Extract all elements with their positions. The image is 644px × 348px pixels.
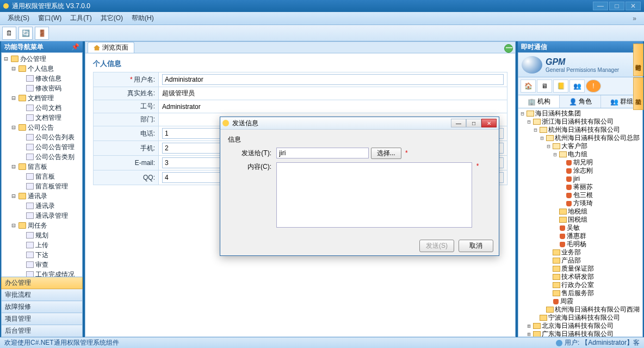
right-tabs: 🏢机构 👤角色 👥群组	[518, 95, 643, 108]
toolbar-exit-icon[interactable]: 🚪	[35, 27, 49, 40]
nav-panel-header: 功能导航菜单 📌	[1, 41, 83, 52]
toolbar-refresh-icon[interactable]: 🔄	[18, 27, 33, 40]
tab-collapse-button[interactable]	[504, 44, 513, 53]
im-screen-icon[interactable]: 🖥	[537, 80, 552, 93]
recipient-input[interactable]	[276, 148, 369, 158]
dialog-maximize-button[interactable]: □	[466, 119, 481, 127]
tab-strip: 浏览页面	[85, 41, 516, 53]
recipient-label: 发送给(T):	[228, 149, 271, 158]
org-icon: 🏢	[528, 98, 536, 106]
realname-cell: 超级管理员	[159, 87, 507, 100]
person-icon	[566, 193, 572, 198]
home-icon	[94, 45, 100, 51]
tab-role[interactable]: 👤角色	[560, 95, 601, 108]
person-icon	[566, 160, 572, 166]
person-icon	[566, 168, 572, 174]
workno-cell: Administrator	[159, 100, 507, 113]
person-icon	[560, 234, 565, 239]
dialog-titlebar[interactable]: 发送信息 — □ ✕	[220, 117, 499, 130]
accordion-office[interactable]: 办公管理	[1, 277, 83, 289]
status-user-label: 用户:	[565, 338, 579, 347]
toolbar-calendar-icon[interactable]: 🗓	[2, 27, 16, 40]
menu-tools[interactable]: 工具(T)	[66, 13, 96, 24]
tab-browse[interactable]: 浏览页面	[88, 42, 134, 53]
menu-bar: 系统(S) 窗口(W) 工具(T) 其它(O) 帮助(H) »	[0, 12, 644, 25]
side-other-button[interactable]: 某功能	[633, 77, 643, 110]
gpm-logo-icon	[522, 56, 542, 74]
menu-window[interactable]: 窗口(W)	[34, 13, 66, 24]
accordion-backend[interactable]: 后台管理	[1, 325, 83, 337]
cancel-button[interactable]: 取消	[459, 240, 493, 252]
tab-label: 浏览页面	[102, 43, 128, 52]
side-im-button[interactable]: 即时通信	[633, 44, 643, 76]
menu-other[interactable]: 其它(O)	[96, 13, 127, 24]
accordion-fault[interactable]: 故障报修	[1, 301, 83, 313]
dialog-minimize-button[interactable]: —	[451, 119, 466, 127]
person-icon	[566, 176, 572, 182]
status-bar: 欢迎使用C#.NET通用权限管理系统组件 用户: 【Administrator】…	[0, 337, 644, 348]
dialog-title: 发送信息	[232, 119, 258, 128]
accordion-project[interactable]: 项目管理	[1, 313, 83, 325]
im-people-icon[interactable]: 👥	[569, 80, 585, 93]
person-icon	[560, 225, 565, 231]
toolbar: 🗓 🔄 🚪	[0, 25, 644, 41]
dialog-icon	[222, 120, 229, 126]
accordion-approval[interactable]: 审批流程	[1, 289, 83, 301]
person-icon	[566, 201, 572, 206]
maximize-button[interactable]: □	[609, 2, 624, 10]
nav-tree[interactable]: ⊟办公管理 ⊟个人信息 修改信息 修改密码 ⊟文档管理 公司文档 文档管理	[1, 52, 83, 277]
required-marker: *	[476, 162, 479, 170]
form-title: 个人信息	[93, 59, 507, 69]
close-button[interactable]: ✕	[626, 2, 641, 10]
im-panel-title: 即时通信	[521, 42, 547, 52]
select-recipient-button[interactable]: 选择...	[371, 148, 401, 159]
gpm-banner: GPM General Permissions Manager	[518, 52, 643, 77]
username-input[interactable]	[162, 74, 504, 85]
tree-root[interactable]: 办公管理	[20, 54, 46, 63]
accordion: 办公管理 审批流程 故障报修 项目管理 后台管理	[1, 277, 83, 337]
person-icon	[566, 185, 572, 190]
role-icon: 👤	[569, 98, 577, 106]
send-message-dialog: 发送信息 — □ ✕ 信息 发送给(T): 选择... * 内容(C): * 发…	[220, 117, 499, 256]
group-icon: 👥	[610, 98, 618, 106]
menu-chevron-icon[interactable]: »	[628, 14, 641, 23]
status-user: 【Administrator】客	[581, 338, 640, 347]
im-home-icon[interactable]: 🏠	[521, 80, 536, 93]
dialog-group-label: 信息	[228, 135, 491, 144]
window-titlebar: 通用权限管理系统 V3.7.0.0 — □ ✕	[0, 0, 644, 12]
im-book-icon[interactable]: 📒	[553, 80, 568, 93]
dialog-close-button[interactable]: ✕	[481, 119, 497, 127]
person-icon	[560, 242, 565, 247]
tab-org[interactable]: 🏢机构	[518, 95, 560, 108]
person-icon	[553, 299, 559, 304]
nav-panel-title: 功能导航菜单	[4, 42, 44, 52]
gpm-name: GPM	[546, 57, 619, 67]
menu-help[interactable]: 帮助(H)	[127, 13, 158, 24]
user-icon	[556, 340, 562, 346]
menu-system[interactable]: 系统(S)	[3, 13, 34, 24]
gpm-subtitle: General Permissions Manager	[546, 67, 619, 73]
im-toolbar: 🏠 🖥 📒 👥 !	[518, 77, 643, 95]
send-button[interactable]: 发送(S)	[419, 240, 454, 252]
required-marker: *	[405, 149, 408, 157]
minimize-button[interactable]: —	[593, 2, 608, 10]
im-alert-icon[interactable]: !	[586, 80, 601, 93]
message-content-input[interactable]	[276, 162, 472, 228]
content-label: 内容(C):	[228, 162, 271, 172]
window-title: 通用权限管理系统 V3.7.0.0	[12, 2, 90, 11]
pin-icon[interactable]: 📌	[71, 43, 79, 51]
app-icon	[3, 3, 9, 9]
im-panel-header: 即时通信 📌	[518, 41, 643, 52]
org-tree[interactable]: ⊟海日涵科技集团 ⊟浙江海日涵科技有限公司 ⊟杭州海日涵科技有限公司 ⊟杭州海日…	[518, 108, 643, 337]
status-welcome: 欢迎使用C#.NET通用权限管理系统组件	[4, 338, 119, 347]
